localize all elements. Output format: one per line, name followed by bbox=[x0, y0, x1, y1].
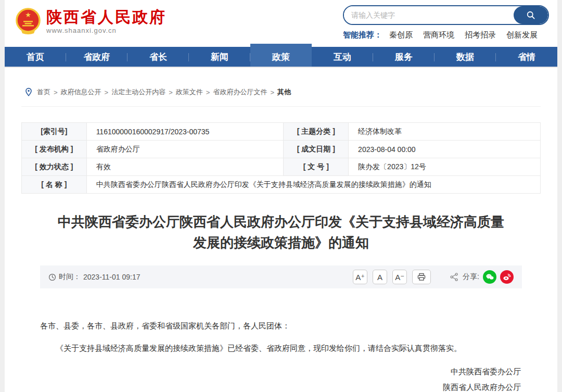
recommend-link-qinchuangyuan[interactable]: 秦创原 bbox=[389, 30, 413, 40]
publish-time: 时间： 2023-11-01 09:17 bbox=[48, 272, 140, 282]
wechat-icon bbox=[485, 273, 494, 281]
breadcrumb-separator: > bbox=[169, 88, 173, 96]
breadcrumb-separator: > bbox=[206, 88, 210, 96]
document-meta-table: [索引号] 116100000160002917/2023-00735 [ 主题… bbox=[21, 122, 541, 194]
font-decrease-button[interactable]: A⁻ bbox=[392, 270, 407, 284]
meta-label-date-of-writing: [ 成文日期 ] bbox=[284, 141, 349, 158]
article-tools: A⁺ A A⁻ bbox=[353, 270, 514, 284]
search-box bbox=[343, 5, 549, 25]
meta-value-topic-category: 经济体制改革 bbox=[349, 123, 541, 141]
printer-icon bbox=[417, 273, 426, 281]
meta-value-issuing-agency: 省政府办公厅 bbox=[86, 141, 284, 158]
share-icon bbox=[450, 272, 459, 282]
share-label: 分享: bbox=[463, 272, 479, 282]
table-row: [索引号] 116100000160002917/2023-00735 [ 主题… bbox=[22, 123, 541, 141]
table-row: [ 名 称 ] 中共陕西省委办公厅陕西省人民政府办公厅印发《关于支持县域经济高质… bbox=[22, 176, 541, 194]
page-card: ★ 陕西省人民政府 www.shaanxi.gov.cn bbox=[5, 0, 557, 392]
body-paragraph: 《关于支持县域经济高质量发展的接续政策措施》已经省委、省政府同意，现印发给你们，… bbox=[40, 341, 522, 356]
nav-item-governor[interactable]: 省长 bbox=[127, 47, 189, 67]
breadcrumb-item-general-office-documents[interactable]: 省政府办公厅文件 bbox=[213, 87, 267, 97]
location-pin-icon bbox=[24, 87, 33, 97]
meta-value-index-number: 116100000160002917/2023-00735 bbox=[86, 123, 284, 141]
content-area: 首页 > 政府信息公开 > 法定主动公开内容 > 政策文件 > 省政府办公厅文件… bbox=[5, 68, 557, 392]
search-input[interactable] bbox=[344, 6, 514, 24]
clock-icon bbox=[48, 273, 56, 281]
nav-item-data[interactable]: 数据 bbox=[435, 47, 496, 67]
search-button[interactable] bbox=[514, 6, 548, 24]
logo-text: 陕西省人民政府 www.shaanxi.gov.cn bbox=[46, 8, 167, 34]
search-area: 智能推荐： 秦创原 营商环境 招考招录 创新发展 bbox=[343, 5, 549, 40]
breadcrumb-item-other: 其他 bbox=[277, 87, 291, 97]
nav-item-provincial-government[interactable]: 省政府 bbox=[66, 47, 127, 67]
breadcrumb-separator: > bbox=[105, 88, 109, 96]
nav-item-policy[interactable]: 政策 bbox=[250, 44, 312, 67]
article: 中共陕西省委办公厅陕西省人民政府办公厅印发《关于支持县域经济高质量发展的接续政策… bbox=[21, 211, 541, 392]
share-group: 分享: bbox=[450, 270, 514, 284]
breadcrumb-separator: > bbox=[54, 88, 58, 96]
recommend-link-recruitment[interactable]: 招考招录 bbox=[465, 30, 496, 40]
recommend-link-innovation[interactable]: 创新发展 bbox=[506, 30, 538, 40]
print-button[interactable] bbox=[412, 270, 431, 284]
svg-text:★: ★ bbox=[25, 11, 31, 19]
time-value: 2023-11-01 09:17 bbox=[83, 273, 140, 281]
breadcrumb-item-statutory-disclosure[interactable]: 法定主动公开内容 bbox=[111, 87, 165, 97]
meta-label-index-number: [索引号] bbox=[22, 123, 87, 141]
signatures: 中共陕西省委办公厅 陕西省人民政府办公厅 bbox=[40, 364, 522, 392]
salutation-paragraph: 各市、县委，各市、县政府，省委和省级国家机关各部门，各人民团体： bbox=[40, 319, 522, 334]
main-nav: 首页 省政府 省长 新闻 政策 互动 服务 数据 省情 bbox=[5, 47, 557, 68]
site-header: ★ 陕西省人民政府 www.shaanxi.gov.cn bbox=[5, 0, 557, 47]
site-url: www.shaanxi.gov.cn bbox=[46, 27, 167, 34]
nav-item-province-profile[interactable]: 省情 bbox=[496, 47, 557, 67]
share-weibo-button[interactable] bbox=[500, 270, 514, 284]
meta-value-document-number: 陕办发〔2023〕12号 bbox=[349, 158, 541, 176]
smart-recommend-row: 智能推荐： 秦创原 营商环境 招考招录 创新发展 bbox=[343, 30, 549, 40]
search-icon bbox=[526, 10, 536, 20]
breadcrumb-item-policy-documents[interactable]: 政策文件 bbox=[176, 87, 203, 97]
signature-line: 陕西省人民政府办公厅 bbox=[40, 380, 521, 392]
meta-label-issuing-agency: [ 发布机构 ] bbox=[22, 141, 87, 158]
signature-line: 中共陕西省委办公厅 bbox=[40, 364, 521, 380]
site-logo[interactable]: ★ 陕西省人民政府 www.shaanxi.gov.cn bbox=[15, 7, 167, 35]
nav-item-news[interactable]: 新闻 bbox=[189, 47, 250, 67]
breadcrumb: 首页 > 政府信息公开 > 法定主动公开内容 > 政策文件 > 省政府办公厅文件… bbox=[21, 68, 541, 107]
national-emblem-icon: ★ bbox=[15, 7, 41, 35]
table-row: [ 发布机构 ] 省政府办公厅 [ 成文日期 ] 2023-08-04 00:0… bbox=[22, 141, 541, 158]
site-name: 陕西省人民政府 bbox=[46, 8, 167, 26]
article-meta-bar: 时间： 2023-11-01 09:17 A⁺ A A⁻ bbox=[40, 265, 522, 288]
font-reset-button[interactable]: A bbox=[373, 270, 387, 284]
meta-value-name: 中共陕西省委办公厅陕西省人民政府办公厅印发《关于支持县域经济高质量发展的接续政策… bbox=[86, 176, 540, 194]
meta-label-document-number: [ 文 号 ] bbox=[284, 158, 349, 176]
time-label: 时间： bbox=[59, 272, 81, 282]
recommend-link-business-environment[interactable]: 营商环境 bbox=[423, 30, 454, 40]
breadcrumb-item-info-disclosure[interactable]: 政府信息公开 bbox=[61, 87, 101, 97]
weibo-icon bbox=[502, 273, 512, 281]
share-wechat-button[interactable] bbox=[483, 270, 496, 284]
meta-label-validity-status: [ 效力状态 ] bbox=[22, 158, 87, 176]
document-body: 各市、县委，各市、县政府，省委和省级国家机关各部门，各人民团体： 《关于支持县域… bbox=[40, 319, 522, 392]
table-row: [ 效力状态 ] 有效 [ 文 号 ] 陕办发〔2023〕12号 bbox=[22, 158, 541, 176]
meta-label-name: [ 名 称 ] bbox=[22, 176, 87, 194]
breadcrumb-item-home[interactable]: 首页 bbox=[37, 87, 50, 97]
nav-item-services[interactable]: 服务 bbox=[373, 47, 435, 67]
meta-value-validity-status: 有效 bbox=[86, 158, 284, 176]
breadcrumb-separator: > bbox=[270, 88, 274, 96]
meta-label-topic-category: [ 主题分类 ] bbox=[284, 123, 349, 141]
meta-value-date-of-writing: 2023-08-04 00:00 bbox=[349, 141, 541, 158]
font-increase-button[interactable]: A⁺ bbox=[353, 270, 367, 284]
page-title: 中共陕西省委办公厅陕西省人民政府办公厅印发《关于支持县域经济高质量发展的接续政策… bbox=[57, 211, 505, 253]
smart-recommend-label: 智能推荐： bbox=[343, 30, 382, 40]
nav-item-interaction[interactable]: 互动 bbox=[312, 47, 373, 67]
nav-item-home[interactable]: 首页 bbox=[5, 47, 66, 67]
